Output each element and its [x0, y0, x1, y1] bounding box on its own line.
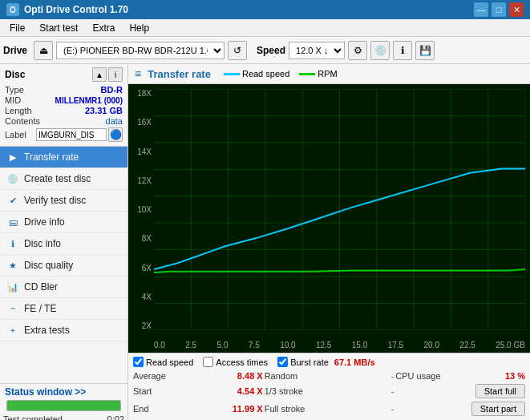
disc-info-icon[interactable]: i [108, 67, 123, 82]
disc-section: Disc ▲ i Type BD-R MID MILLENMR1 (000) L… [0, 64, 127, 147]
y-4x: 4X [128, 293, 152, 301]
create-test-disc-icon: 💿 [6, 172, 19, 185]
disc-icon[interactable]: 💿 [370, 41, 390, 60]
type-value: BD-R [101, 85, 123, 95]
access-times-checkbox[interactable] [203, 357, 213, 367]
toolbar: Drive ⏏ (E:) PIONEER BD-RW BDR-212U 1.00… [0, 37, 530, 64]
drive-info-icon: 🖴 [6, 216, 19, 228]
maximize-button[interactable]: □ [492, 2, 506, 17]
nav-list: ▶ Transfer rate 💿 Create test disc ✔ Ver… [0, 147, 127, 383]
disc-quality-icon: ★ [6, 259, 19, 272]
chart-legend: Read speed RPM [224, 69, 338, 79]
info-icon[interactable]: ℹ [393, 41, 412, 60]
chart-title: Transfer rate [148, 68, 211, 80]
app-title: Opti Drive Control 1.70 [24, 4, 128, 15]
chart-area: 18X 16X 14X 12X 10X 8X 6X 4X 2X [128, 84, 530, 353]
contents-label: Contents [5, 116, 40, 126]
stroke13-label: 1/3 stroke [265, 386, 303, 396]
x-0: 0.0 [154, 341, 165, 349]
nav-fe-te[interactable]: ~ FE / TE [0, 298, 127, 320]
drive-label: Drive [3, 45, 27, 56]
start-value: 4.54 X [237, 386, 263, 396]
minimize-button[interactable]: — [474, 2, 488, 17]
legend-rpm-label: RPM [318, 69, 337, 79]
full-stroke-label: Full stroke [265, 404, 305, 414]
stroke13-value: - [391, 386, 394, 396]
close-button[interactable]: ✕ [509, 2, 524, 17]
drive-select[interactable]: (E:) PIONEER BD-RW BDR-212U 1.00 [56, 42, 225, 59]
nav-extra-tests-label: Extra tests [24, 325, 70, 336]
chart-stats: Average 8.48 X Random - CPU usage 13 % S… [133, 370, 525, 417]
x-17.5: 17.5 [388, 341, 403, 349]
end-value: 11.99 X [233, 404, 263, 414]
transfer-rate-icon: ▶ [6, 151, 19, 164]
main-content: Disc ▲ i Type BD-R MID MILLENMR1 (000) L… [0, 64, 530, 420]
menu-file[interactable]: File [3, 21, 31, 35]
disc-label-input[interactable] [36, 128, 107, 141]
nav-extra-tests[interactable]: + Extra tests [0, 320, 127, 341]
average-value: 8.48 X [237, 371, 263, 381]
nav-disc-quality-label: Disc quality [24, 260, 73, 271]
random-label: Random [265, 371, 298, 381]
save-icon[interactable]: 💾 [415, 41, 435, 60]
average-label: Average [133, 371, 166, 381]
status-time: 0:02 [107, 414, 124, 420]
burst-rate-checkbox[interactable] [277, 357, 288, 367]
nav-cd-bler[interactable]: 📊 CD Bler [0, 277, 127, 298]
progress-bar-container [6, 400, 121, 411]
read-speed-checkbox[interactable] [133, 357, 144, 367]
nav-verify-test-disc[interactable]: ✔ Verify test disc [0, 190, 127, 212]
chart-checkboxes: Read speed Access times Burst rate 67.1 … [133, 357, 525, 367]
length-value: 23.31 GB [85, 106, 123, 115]
read-speed-label: Read speed [146, 357, 193, 367]
status-bar: Status window >> Test completed 0:02 [0, 383, 127, 420]
nav-disc-info-label: Disc info [24, 238, 61, 249]
x-7.5: 7.5 [249, 341, 260, 349]
settings-icon[interactable]: ⚙ [348, 41, 367, 60]
disc-load-icon[interactable]: ▲ [92, 67, 107, 82]
legend-rpm-color [299, 73, 315, 75]
speed-select[interactable]: 12.0 X ↓ [289, 42, 345, 59]
start-full-button[interactable]: Start full [475, 384, 525, 398]
disc-label-icon[interactable]: 🔵 [108, 127, 123, 142]
checkbox-read-speed[interactable]: Read speed [133, 357, 193, 367]
refresh-icon[interactable]: ↺ [228, 41, 247, 60]
drive-eject-icon[interactable]: ⏏ [34, 41, 53, 60]
y-6x: 6X [128, 264, 152, 273]
status-window-button[interactable]: Status window >> [0, 384, 127, 400]
start-part-button[interactable]: Start part [471, 402, 525, 416]
menu-extra[interactable]: Extra [86, 21, 121, 35]
menu-start-test[interactable]: Start test [33, 21, 84, 35]
x-20: 20.0 [424, 341, 439, 349]
verify-test-disc-icon: ✔ [6, 194, 19, 207]
window-controls[interactable]: — □ ✕ [474, 2, 524, 17]
chart-panel: ≡ Transfer rate Read speed RPM 18X 16X 1… [128, 64, 530, 420]
x-22.5: 22.5 [459, 341, 475, 349]
title-bar: O Opti Drive Control 1.70 — □ ✕ [0, 0, 530, 19]
nav-disc-info[interactable]: ℹ Disc info [0, 233, 127, 255]
y-axis: 18X 16X 14X 12X 10X 8X 6X 4X 2X [128, 89, 154, 330]
nav-transfer-rate[interactable]: ▶ Transfer rate [0, 147, 127, 168]
y-18x: 18X [128, 89, 152, 98]
left-panel: Disc ▲ i Type BD-R MID MILLENMR1 (000) L… [0, 64, 128, 420]
nav-drive-info-label: Drive info [24, 216, 65, 228]
disc-info-nav-icon: ℹ [6, 237, 19, 250]
nav-disc-quality[interactable]: ★ Disc quality [0, 255, 127, 277]
chart-title-icon: ≡ [135, 67, 141, 80]
cpu-usage-label: CPU usage [395, 371, 440, 381]
disc-title: Disc [5, 69, 25, 80]
checkbox-burst-rate[interactable]: Burst rate 67.1 MB/s [277, 357, 374, 367]
fe-te-icon: ~ [6, 302, 19, 315]
y-10x: 10X [128, 205, 152, 214]
checkbox-access-times[interactable]: Access times [203, 357, 268, 367]
extra-tests-icon: + [6, 324, 19, 337]
legend-read-speed-color [224, 73, 240, 75]
cd-bler-icon: 📊 [6, 281, 19, 293]
disc-label-key: Label [5, 130, 26, 139]
menu-help[interactable]: Help [123, 21, 156, 35]
x-5: 5.0 [217, 341, 229, 349]
status-text: Test completed [3, 414, 63, 420]
nav-create-test-disc[interactable]: 💿 Create test disc [0, 168, 127, 190]
burst-rate-value: 67.1 MB/s [334, 357, 375, 367]
nav-drive-info[interactable]: 🖴 Drive info [0, 212, 127, 233]
